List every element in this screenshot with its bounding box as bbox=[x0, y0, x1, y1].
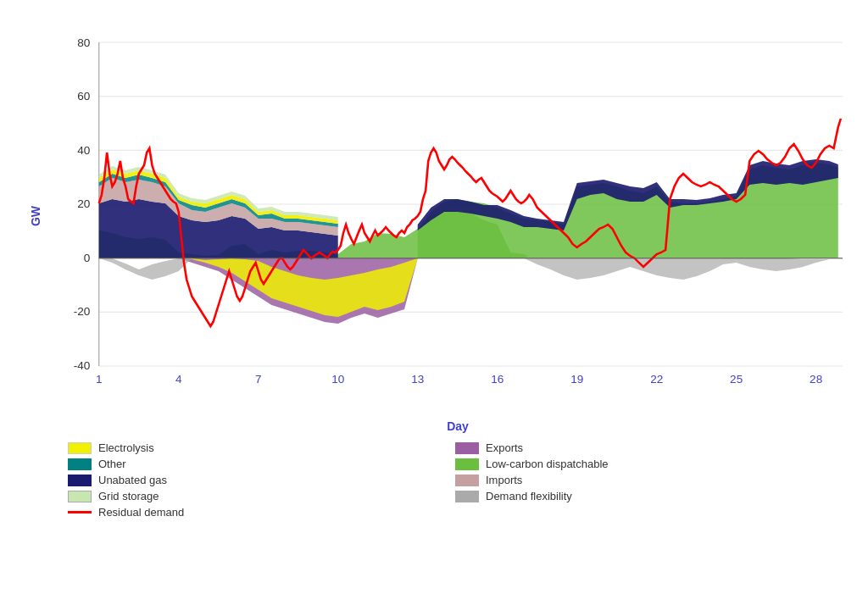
legend-demand-flexibility: Demand flexibility bbox=[455, 490, 843, 502]
unabated-gas-swatch bbox=[68, 475, 92, 486]
other-label: Other bbox=[98, 458, 126, 470]
legend-grid-storage: Grid storage bbox=[68, 490, 455, 502]
residual-demand-label: Residual demand bbox=[98, 506, 184, 519]
legend-imports: Imports bbox=[455, 474, 843, 486]
svg-text:13: 13 bbox=[411, 373, 424, 386]
grid-storage-label: Grid storage bbox=[98, 490, 159, 502]
legend-electrolysis: Electrolysis bbox=[68, 441, 455, 454]
y-axis-label: GW bbox=[29, 206, 42, 226]
svg-text:-20: -20 bbox=[74, 305, 91, 318]
legend-exports: Exports bbox=[455, 441, 843, 454]
svg-text:19: 19 bbox=[570, 373, 583, 386]
x-axis-container: Day bbox=[68, 419, 848, 433]
chart-container: GW 80 60 40 20 0 bbox=[0, 0, 868, 605]
electrolysis-swatch bbox=[68, 442, 92, 454]
svg-text:40: 40 bbox=[77, 144, 90, 157]
demand-flexibility-label: Demand flexibility bbox=[486, 490, 572, 502]
svg-text:10: 10 bbox=[331, 373, 344, 386]
exports-swatch bbox=[455, 442, 479, 454]
residual-demand-swatch bbox=[68, 511, 92, 513]
legend-unabated-gas: Unabated gas bbox=[68, 474, 455, 486]
svg-text:20: 20 bbox=[77, 197, 90, 210]
svg-text:80: 80 bbox=[77, 36, 90, 49]
electrolysis-label: Electrolysis bbox=[98, 441, 154, 454]
svg-text:0: 0 bbox=[84, 252, 91, 264]
low-carbon-swatch bbox=[455, 458, 479, 470]
legend-left-col: Electrolysis Other Unabated gas Grid sto… bbox=[68, 441, 455, 519]
svg-text:16: 16 bbox=[491, 373, 504, 386]
chart-svg: 80 60 40 20 0 -20 -40 bbox=[64, 17, 843, 415]
svg-text:4: 4 bbox=[175, 373, 182, 386]
svg-text:22: 22 bbox=[650, 373, 663, 386]
other-swatch bbox=[68, 458, 92, 470]
unabated-gas-label: Unabated gas bbox=[98, 474, 167, 486]
svg-text:25: 25 bbox=[730, 373, 743, 386]
exports-label: Exports bbox=[486, 441, 523, 454]
svg-text:60: 60 bbox=[77, 90, 90, 103]
demand-flexibility-negative bbox=[99, 258, 192, 280]
x-axis-label: Day bbox=[68, 419, 848, 433]
grid-storage-swatch bbox=[68, 491, 92, 502]
legend-residual-demand: Residual demand bbox=[68, 506, 455, 519]
legend-low-carbon: Low-carbon dispatchable bbox=[455, 458, 843, 470]
svg-text:28: 28 bbox=[810, 373, 822, 386]
imports-swatch bbox=[455, 475, 479, 486]
imports-label: Imports bbox=[486, 474, 522, 486]
demand-flexibility-swatch bbox=[455, 491, 479, 502]
svg-text:-40: -40 bbox=[74, 359, 91, 372]
svg-text:7: 7 bbox=[255, 373, 262, 386]
chart-legend: Electrolysis Other Unabated gas Grid sto… bbox=[68, 441, 843, 519]
low-carbon-label: Low-carbon dispatchable bbox=[486, 458, 609, 470]
legend-right-col: Exports Low-carbon dispatchable Imports … bbox=[455, 441, 843, 519]
legend-other: Other bbox=[68, 458, 455, 470]
svg-text:1: 1 bbox=[96, 373, 103, 386]
demand-flexibility-negative2 bbox=[524, 258, 838, 280]
